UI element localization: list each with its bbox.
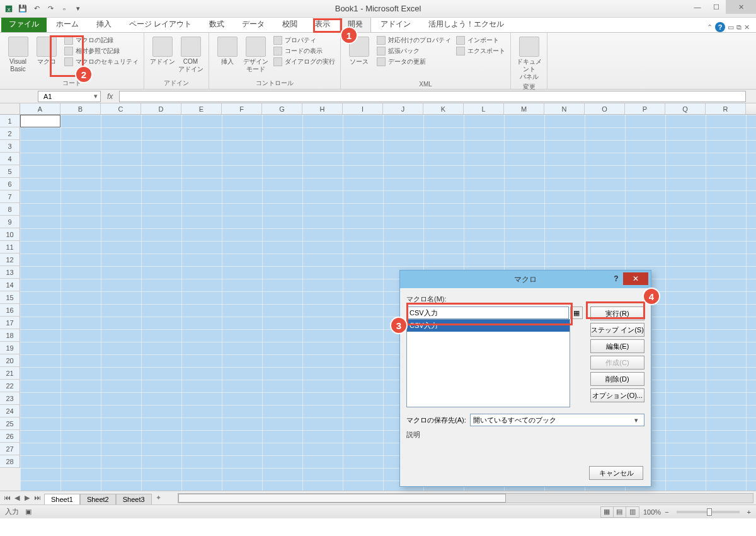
refresh-data-button[interactable]: データの更新 bbox=[375, 57, 452, 67]
col-header[interactable]: F bbox=[222, 103, 262, 114]
visual-basic-button[interactable]: Visual Basic bbox=[4, 35, 32, 78]
dialog-close-button[interactable]: ✕ bbox=[623, 272, 648, 285]
row-header[interactable]: 6 bbox=[0, 178, 20, 190]
row-header[interactable]: 10 bbox=[0, 228, 20, 241]
col-header[interactable]: A bbox=[20, 103, 60, 114]
insert-control-button[interactable]: 挿入 bbox=[213, 35, 241, 78]
prev-sheet-icon[interactable]: ◀ bbox=[13, 494, 21, 502]
sheet-tab-3[interactable]: Sheet3 bbox=[116, 494, 152, 504]
close-button[interactable]: ✕ bbox=[726, 0, 756, 14]
delete-button[interactable]: 削除(D) bbox=[590, 372, 644, 386]
macro-list-item[interactable]: CSV入力 bbox=[407, 320, 570, 332]
fx-icon[interactable]: fx bbox=[101, 92, 119, 101]
col-header[interactable]: G bbox=[262, 103, 302, 114]
save-icon[interactable]: 💾 bbox=[16, 3, 29, 15]
edit-button[interactable]: 編集(E) bbox=[590, 339, 644, 353]
map-properties-button[interactable]: 対応付けのプロパティ bbox=[375, 35, 452, 45]
row-header[interactable]: 13 bbox=[0, 266, 20, 279]
xml-import-button[interactable]: インポート bbox=[455, 35, 507, 45]
tab-data[interactable]: データ bbox=[234, 16, 273, 32]
tab-view[interactable]: 表示 bbox=[307, 16, 338, 32]
tab-pagelayout[interactable]: ページ レイアウト bbox=[121, 16, 200, 32]
zoom-level[interactable]: 100% bbox=[643, 508, 661, 516]
chevron-down-icon[interactable]: ▾ bbox=[631, 416, 641, 424]
sheet-tab-1[interactable]: Sheet1 bbox=[44, 494, 80, 504]
col-header[interactable]: N bbox=[544, 103, 585, 114]
row-header[interactable]: 2 bbox=[0, 127, 20, 140]
horizontal-scrollbar[interactable] bbox=[178, 493, 753, 503]
active-cell[interactable] bbox=[20, 115, 60, 127]
record-macro-button[interactable]: マクロの記録 bbox=[63, 35, 140, 45]
col-header[interactable]: C bbox=[101, 103, 141, 114]
row-header[interactable]: 11 bbox=[0, 241, 20, 253]
tab-insert[interactable]: 挿入 bbox=[88, 16, 120, 32]
row-header[interactable]: 9 bbox=[0, 216, 20, 228]
row-header[interactable]: 5 bbox=[0, 165, 20, 178]
ref-edit-icon[interactable]: ▦ bbox=[570, 306, 583, 319]
scroll-thumb[interactable] bbox=[178, 494, 506, 503]
row-header[interactable]: 1 bbox=[0, 115, 20, 127]
xml-export-button[interactable]: エクスポート bbox=[455, 46, 507, 56]
col-header[interactable]: E bbox=[181, 103, 222, 114]
row-header[interactable]: 14 bbox=[0, 279, 20, 291]
select-all-corner[interactable] bbox=[0, 103, 20, 114]
zoom-slider[interactable] bbox=[677, 511, 740, 513]
row-header[interactable]: 19 bbox=[0, 342, 20, 354]
col-header[interactable]: J bbox=[383, 103, 423, 114]
row-header[interactable]: 15 bbox=[0, 291, 20, 304]
dialog-help-icon[interactable]: ? bbox=[610, 273, 622, 284]
design-mode-button[interactable]: デザイン モード bbox=[241, 35, 270, 78]
row-header[interactable]: 27 bbox=[0, 443, 20, 455]
col-header[interactable]: R bbox=[706, 103, 746, 114]
com-addins-button[interactable]: COM アドイン bbox=[176, 35, 205, 78]
expansion-pack-button[interactable]: 拡張パック bbox=[375, 46, 452, 56]
col-header[interactable]: L bbox=[464, 103, 504, 114]
open-icon[interactable]: ▾ bbox=[72, 3, 84, 15]
first-sheet-icon[interactable]: ⏮ bbox=[3, 494, 11, 502]
redo-icon[interactable]: ↷ bbox=[44, 3, 57, 15]
row-header[interactable]: 26 bbox=[0, 430, 20, 443]
col-header[interactable]: B bbox=[60, 103, 101, 114]
row-header[interactable]: 17 bbox=[0, 317, 20, 329]
view-code-button[interactable]: コードの表示 bbox=[272, 46, 336, 56]
min-window-icon[interactable]: ▭ bbox=[728, 23, 734, 32]
macro-rec-icon[interactable]: ▣ bbox=[25, 508, 32, 516]
row-header[interactable]: 23 bbox=[0, 392, 20, 405]
macro-name-input[interactable]: CSV入力 bbox=[406, 306, 569, 319]
row-header[interactable]: 22 bbox=[0, 380, 20, 392]
last-sheet-icon[interactable]: ⏭ bbox=[33, 494, 42, 502]
row-header[interactable]: 21 bbox=[0, 367, 20, 380]
tab-home[interactable]: ホーム bbox=[48, 16, 87, 32]
rel-ref-button[interactable]: 相対参照で記録 bbox=[63, 46, 140, 56]
macro-security-button[interactable]: マクロのセキュリティ bbox=[63, 57, 140, 67]
macro-listbox[interactable]: CSV入力 bbox=[406, 319, 570, 407]
collapse-ribbon-icon[interactable]: ⌃ bbox=[707, 23, 713, 32]
row-header[interactable]: 20 bbox=[0, 354, 20, 367]
page-layout-icon[interactable]: ▤ bbox=[614, 507, 626, 517]
col-header[interactable]: O bbox=[585, 103, 625, 114]
cancel-button[interactable]: キャンセル bbox=[589, 466, 643, 480]
formula-input[interactable] bbox=[119, 91, 746, 102]
row-header[interactable]: 24 bbox=[0, 405, 20, 417]
next-sheet-icon[interactable]: ▶ bbox=[23, 494, 32, 502]
pagebreak-icon[interactable]: ▥ bbox=[626, 507, 639, 517]
col-header[interactable]: M bbox=[504, 103, 544, 114]
macro-button[interactable]: マクロ bbox=[32, 35, 60, 78]
col-header[interactable]: Q bbox=[665, 103, 706, 114]
row-header[interactable]: 18 bbox=[0, 329, 20, 342]
storage-select[interactable]: 開いているすべてのブック ▾ bbox=[470, 414, 644, 426]
help-icon[interactable]: ? bbox=[715, 22, 725, 32]
col-header[interactable]: K bbox=[423, 103, 464, 114]
run-dialog-button[interactable]: ダイアログの実行 bbox=[272, 57, 336, 67]
close-wb-icon[interactable]: ✕ bbox=[744, 23, 750, 32]
row-header[interactable]: 16 bbox=[0, 304, 20, 317]
row-header[interactable]: 7 bbox=[0, 190, 20, 203]
chevron-down-icon[interactable]: ▾ bbox=[94, 92, 100, 100]
addins-button[interactable]: アドイン bbox=[148, 35, 176, 78]
tab-extra[interactable]: 活用しよう！エクセル bbox=[420, 16, 512, 32]
zoom-thumb[interactable] bbox=[707, 508, 712, 516]
maximize-button[interactable]: ☐ bbox=[707, 0, 726, 14]
tab-addin[interactable]: アドイン bbox=[372, 16, 419, 32]
new-icon[interactable]: ▫ bbox=[58, 3, 71, 15]
zoom-in-button[interactable]: + bbox=[747, 508, 751, 516]
